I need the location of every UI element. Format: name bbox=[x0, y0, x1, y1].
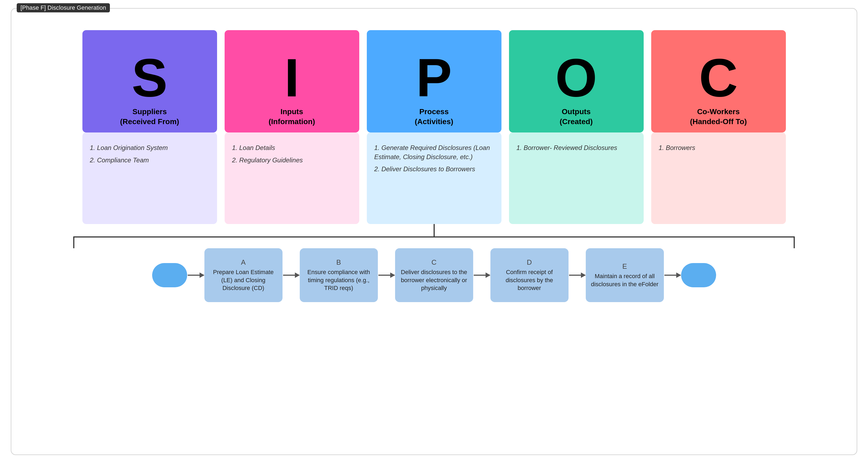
sipoc-col-i: I Inputs(Information) 1. Loan Details 2.… bbox=[225, 30, 359, 224]
list-item: 2. Deliver Disclosures to Borrowers bbox=[374, 164, 494, 174]
flow-node-d-letter: D bbox=[527, 258, 532, 267]
flow-arrow-2 bbox=[283, 275, 299, 276]
sipoc-title-c: Co-Workers(Handed-Off To) bbox=[690, 107, 747, 127]
flow-node-b: B Ensure compliance with timing regulati… bbox=[300, 248, 378, 302]
flow-node-a-letter: A bbox=[241, 258, 246, 267]
flow-arrow-5 bbox=[569, 275, 585, 276]
center-vert-line bbox=[434, 224, 435, 237]
flow-arrow-6 bbox=[664, 275, 681, 276]
flow-node-c-letter: C bbox=[431, 258, 437, 267]
sipoc-title-s: Suppliers(Received From) bbox=[120, 107, 179, 127]
flow-start-oval bbox=[152, 263, 187, 287]
sipoc-body-c: 1. Borrowers bbox=[651, 132, 786, 224]
sipoc-title-i: Inputs(Information) bbox=[269, 107, 315, 127]
sipoc-body-s: 1. Loan Origination System 2. Compliance… bbox=[83, 132, 217, 224]
sipoc-body-i: 1. Loan Details 2. Regulatory Guidelines bbox=[225, 132, 359, 224]
list-item: 1. Generate Required Disclosures (Loan E… bbox=[374, 143, 494, 161]
sipoc-title-p: Process(Activities) bbox=[415, 107, 453, 127]
flow-node-a-text: Prepare Loan Estimate (LE) and Closing D… bbox=[208, 268, 279, 292]
sipoc-letter-p: P bbox=[416, 51, 452, 105]
sipoc-header-c: C Co-Workers(Handed-Off To) bbox=[651, 30, 786, 132]
flow-node-a: A Prepare Loan Estimate (LE) and Closing… bbox=[205, 248, 282, 302]
list-item: 2. Regulatory Guidelines bbox=[232, 156, 352, 165]
sipoc-letter-o: O bbox=[555, 51, 597, 105]
flow-node-c: C Deliver disclosures to the borrower el… bbox=[395, 248, 473, 302]
flow-node-d: D Confirm receipt of disclosures by the … bbox=[490, 248, 568, 302]
sipoc-header-i: I Inputs(Information) bbox=[225, 30, 359, 132]
flowchart-section: A Prepare Loan Estimate (LE) and Closing… bbox=[22, 248, 846, 302]
left-drop-line bbox=[73, 237, 74, 248]
list-item: 1. Borrowers bbox=[659, 143, 778, 152]
sipoc-letter-s: S bbox=[132, 51, 167, 105]
sipoc-header-s: S Suppliers(Received From) bbox=[83, 30, 217, 132]
flow-node-e-text: Maintain a record of all disclosures in … bbox=[590, 272, 660, 288]
sipoc-title-o: Outputs(Created) bbox=[560, 107, 593, 127]
flow-node-e: E Maintain a record of all disclosures i… bbox=[586, 248, 664, 302]
sipoc-letter-c: C bbox=[699, 51, 738, 105]
sipoc-col-s: S Suppliers(Received From) 1. Loan Origi… bbox=[83, 30, 217, 224]
flow-node-b-text: Ensure compliance with timing regulation… bbox=[304, 268, 374, 292]
sipoc-body-p: 1. Generate Required Disclosures (Loan E… bbox=[367, 132, 501, 224]
list-item: 1. Loan Origination System bbox=[90, 143, 210, 152]
sipoc-col-c: C Co-Workers(Handed-Off To) 1. Borrowers bbox=[651, 30, 786, 224]
sipoc-body-o: 1. Borrower- Reviewed Disclosures bbox=[509, 132, 644, 224]
flow-arrow-1 bbox=[188, 275, 204, 276]
sipoc-header-o: O Outputs(Created) bbox=[509, 30, 644, 132]
right-drop-line bbox=[794, 237, 795, 248]
flow-node-d-text: Confirm receipt of disclosures by the bo… bbox=[494, 268, 565, 292]
sipoc-col-p: P Process(Activities) 1. Generate Requir… bbox=[367, 30, 501, 224]
main-container: [Phase F] Disclosure Generation S Suppli… bbox=[11, 8, 857, 455]
list-item: 1. Loan Details bbox=[232, 143, 352, 152]
flow-node-e-letter: E bbox=[622, 262, 627, 271]
phase-label: [Phase F] Disclosure Generation bbox=[17, 3, 110, 12]
sipoc-col-o: O Outputs(Created) 1. Borrower- Reviewed… bbox=[509, 30, 644, 224]
horiz-bracket bbox=[73, 237, 795, 238]
flow-arrow-4 bbox=[474, 275, 490, 276]
sipoc-header-p: P Process(Activities) bbox=[367, 30, 501, 132]
list-item: 2. Compliance Team bbox=[90, 156, 210, 165]
list-item: 1. Borrower- Reviewed Disclosures bbox=[517, 143, 636, 152]
sipoc-letter-i: I bbox=[284, 51, 300, 105]
flow-node-b-letter: B bbox=[336, 258, 341, 267]
flow-arrow-3 bbox=[378, 275, 395, 276]
sipoc-section: S Suppliers(Received From) 1. Loan Origi… bbox=[22, 30, 846, 224]
bracket-connector bbox=[22, 224, 846, 248]
flow-end-oval bbox=[681, 263, 716, 287]
flow-node-c-text: Deliver disclosures to the borrower elec… bbox=[399, 268, 469, 292]
